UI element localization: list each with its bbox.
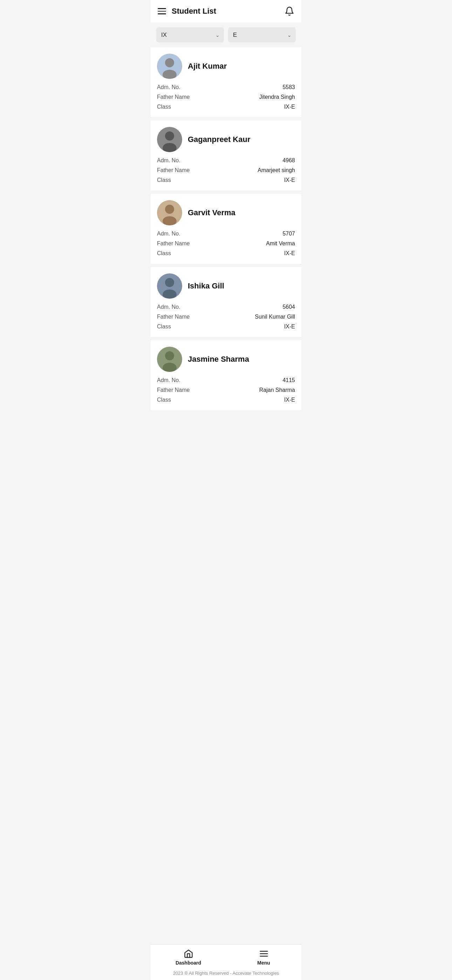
footer: 2023 ® All Rights Reserved - Accevate Te… xyxy=(151,969,301,980)
class-value: IX-E xyxy=(284,250,295,256)
nav-dashboard[interactable]: Dashboard xyxy=(151,945,226,969)
student-name: Garvit Verma xyxy=(188,208,236,217)
adm-no-value: 4115 xyxy=(282,377,295,383)
class-value: IX-E xyxy=(284,104,295,110)
student-details: Adm. No. 5707 Father Name Amit Verma Cla… xyxy=(157,229,295,258)
class-row: Class IX-E xyxy=(157,396,295,404)
student-details: Adm. No. 4115 Father Name Rajan Sharma C… xyxy=(157,376,295,404)
student-top: Garvit Verma xyxy=(157,200,295,225)
class-filter-wrapper: IX X XI XII ⌄ xyxy=(156,27,224,42)
svg-point-7 xyxy=(165,205,174,214)
adm-no-label: Adm. No. xyxy=(157,304,180,310)
svg-point-1 xyxy=(165,58,174,67)
filter-row: IX X XI XII ⌄ E A B C D ⌄ xyxy=(151,22,301,47)
class-value: IX-E xyxy=(284,323,295,330)
father-name-label: Father Name xyxy=(157,387,189,393)
adm-no-value: 5583 xyxy=(282,84,295,91)
student-top: Jasmine Sharma xyxy=(157,347,295,372)
adm-no-value: 5604 xyxy=(282,304,295,310)
student-card[interactable]: Gaganpreet Kaur Adm. No. 4968 Father Nam… xyxy=(151,121,301,191)
class-label: Class xyxy=(157,177,171,183)
adm-no-value: 4968 xyxy=(282,158,295,164)
class-label: Class xyxy=(157,250,171,256)
svg-point-13 xyxy=(165,351,174,360)
student-card[interactable]: Garvit Verma Adm. No. 5707 Father Name A… xyxy=(151,194,301,264)
adm-no-row: Adm. No. 4968 xyxy=(157,156,295,165)
father-name-row: Father Name Amarjeet singh xyxy=(157,166,295,175)
hamburger-icon[interactable] xyxy=(158,8,166,14)
father-name-value: Jitendra Singh xyxy=(259,94,295,100)
student-list: Ajit Kumar Adm. No. 5583 Father Name Jit… xyxy=(151,47,301,944)
class-value: IX-E xyxy=(284,397,295,403)
student-details: Adm. No. 5604 Father Name Sunil Kumar Gi… xyxy=(157,303,295,331)
section-filter[interactable]: E A B C D xyxy=(228,27,296,42)
home-icon xyxy=(184,949,193,959)
avatar xyxy=(157,274,182,299)
father-name-row: Father Name Jitendra Singh xyxy=(157,93,295,101)
nav-dashboard-label: Dashboard xyxy=(175,960,201,966)
father-name-row: Father Name Rajan Sharma xyxy=(157,386,295,394)
father-name-value: Sunil Kumar Gill xyxy=(255,314,295,320)
adm-no-label: Adm. No. xyxy=(157,158,180,164)
nav-menu-label: Menu xyxy=(257,960,270,966)
bottom-nav: Dashboard Menu xyxy=(151,944,301,969)
svg-point-4 xyxy=(165,131,174,140)
adm-no-label: Adm. No. xyxy=(157,377,180,383)
avatar xyxy=(157,200,182,225)
father-name-value: Amit Verma xyxy=(266,240,295,247)
class-row: Class IX-E xyxy=(157,103,295,111)
adm-no-label: Adm. No. xyxy=(157,84,180,91)
student-details: Adm. No. 4968 Father Name Amarjeet singh… xyxy=(157,156,295,185)
father-name-row: Father Name Sunil Kumar Gill xyxy=(157,313,295,321)
student-name: Gaganpreet Kaur xyxy=(188,135,250,144)
student-card[interactable]: Ishika Gill Adm. No. 5604 Father Name Su… xyxy=(151,267,301,337)
section-filter-wrapper: E A B C D ⌄ xyxy=(228,27,296,42)
class-filter[interactable]: IX X XI XII xyxy=(156,27,224,42)
adm-no-value: 5707 xyxy=(282,231,295,237)
class-label: Class xyxy=(157,323,171,330)
bell-icon[interactable] xyxy=(285,6,294,16)
student-top: Ishika Gill xyxy=(157,274,295,299)
nav-menu[interactable]: Menu xyxy=(226,945,301,969)
student-details: Adm. No. 5583 Father Name Jitendra Singh… xyxy=(157,83,295,111)
svg-point-10 xyxy=(165,278,174,287)
avatar xyxy=(157,347,182,372)
student-name: Ajit Kumar xyxy=(188,62,227,71)
adm-no-label: Adm. No. xyxy=(157,231,180,237)
father-name-value: Amarjeet singh xyxy=(258,167,295,173)
adm-no-row: Adm. No. 5583 xyxy=(157,83,295,91)
menu-icon xyxy=(259,949,269,959)
class-row: Class IX-E xyxy=(157,176,295,185)
student-name: Jasmine Sharma xyxy=(188,355,249,364)
student-top: Gaganpreet Kaur xyxy=(157,127,295,152)
header: Student List xyxy=(151,0,301,22)
student-top: Ajit Kumar xyxy=(157,54,295,79)
page-title: Student List xyxy=(172,7,285,16)
class-row: Class IX-E xyxy=(157,323,295,331)
class-label: Class xyxy=(157,397,171,403)
student-card[interactable]: Ajit Kumar Adm. No. 5583 Father Name Jit… xyxy=(151,47,301,118)
father-name-label: Father Name xyxy=(157,240,189,247)
father-name-row: Father Name Amit Verma xyxy=(157,239,295,248)
student-name: Ishika Gill xyxy=(188,282,224,291)
student-card[interactable]: Jasmine Sharma Adm. No. 4115 Father Name… xyxy=(151,340,301,411)
class-label: Class xyxy=(157,104,171,110)
father-name-label: Father Name xyxy=(157,167,189,173)
avatar xyxy=(157,54,182,79)
footer-text: 2023 ® All Rights Reserved - Accevate Te… xyxy=(173,970,279,976)
adm-no-row: Adm. No. 5707 xyxy=(157,229,295,238)
father-name-label: Father Name xyxy=(157,94,189,100)
class-value: IX-E xyxy=(284,177,295,183)
avatar xyxy=(157,127,182,152)
father-name-label: Father Name xyxy=(157,314,189,320)
adm-no-row: Adm. No. 4115 xyxy=(157,376,295,385)
father-name-value: Rajan Sharma xyxy=(259,387,295,393)
adm-no-row: Adm. No. 5604 xyxy=(157,303,295,311)
class-row: Class IX-E xyxy=(157,249,295,258)
